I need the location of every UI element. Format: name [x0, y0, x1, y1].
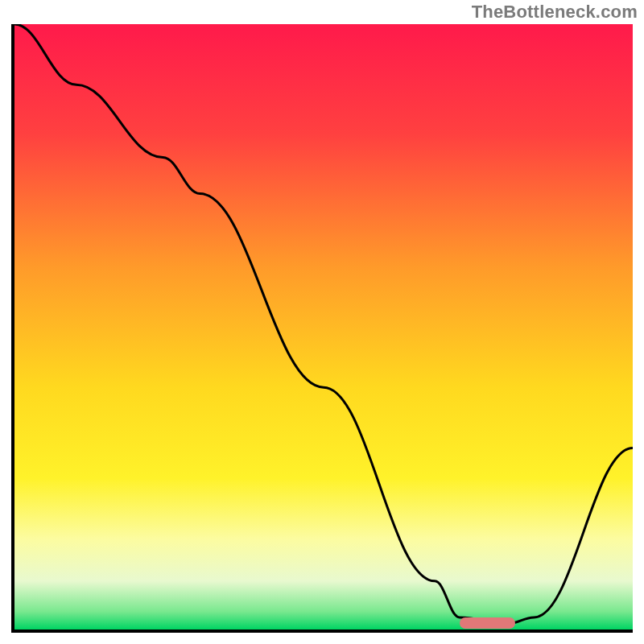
plot-frame: [11, 24, 633, 633]
chart-container: TheBottleneck.com: [0, 0, 644, 644]
plot-svg: [14, 24, 633, 630]
watermark-text: TheBottleneck.com: [472, 2, 638, 23]
optimum-marker: [460, 617, 515, 629]
gradient-background: [14, 24, 633, 630]
